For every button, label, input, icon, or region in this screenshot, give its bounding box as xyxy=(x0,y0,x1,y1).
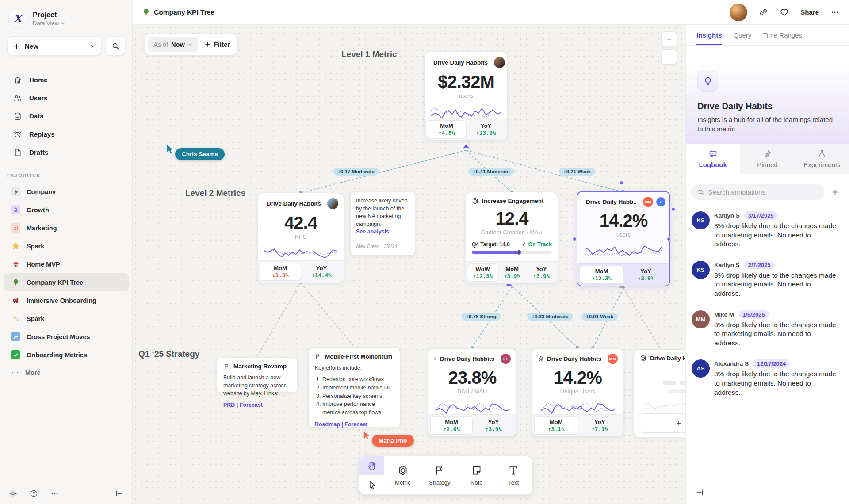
project-logo: X xyxy=(8,9,27,28)
edge-weight-pill: +0.78 Strong xyxy=(461,313,501,321)
annotation-search[interactable] xyxy=(691,184,825,200)
tab-insights[interactable]: Insights xyxy=(696,25,722,45)
sidebar-item-replays[interactable]: Replays xyxy=(0,125,132,143)
sidebar-item-onboarding-metrics[interactable]: Onboarding Metrics xyxy=(4,346,129,364)
curved-arrow-icon xyxy=(11,332,20,341)
stat-wow[interactable]: WoW↑12.3% xyxy=(468,263,497,282)
strategy-links[interactable]: PRD | Forecast xyxy=(223,402,291,408)
hand-tool-button[interactable] xyxy=(359,456,384,475)
new-button[interactable]: New xyxy=(7,36,101,56)
metric-card-nps[interactable]: Drive Daily Habbits 42.4 NPS MoM↓1.3% Yo… xyxy=(257,193,344,283)
see-analysis-link[interactable]: See analysis xyxy=(356,229,389,235)
divider xyxy=(85,41,85,51)
zoom-in-button[interactable]: + xyxy=(661,31,677,47)
select-tool-button[interactable] xyxy=(359,475,384,494)
strategy-links[interactable]: Roadmap | Forecast xyxy=(315,421,394,428)
strategy-tool-button[interactable]: Strategy xyxy=(421,456,459,494)
stat-mom[interactable]: MoM↑4.8% xyxy=(427,120,467,138)
sidebar-item-spark-2[interactable]: Spark xyxy=(4,309,129,328)
sidebar-item-marketing[interactable]: Marketing xyxy=(4,219,129,237)
sidebar-item-data[interactable]: Data xyxy=(0,107,132,125)
annotation-date-badge: 1/5/2025 xyxy=(738,310,769,319)
link-icon[interactable] xyxy=(759,8,768,17)
filter-button[interactable]: Filter xyxy=(204,41,230,48)
tab-time-ranges[interactable]: Time Ranges xyxy=(763,25,802,45)
help-icon[interactable] xyxy=(30,489,38,498)
stat-yoy[interactable]: YoY↑3.9% xyxy=(527,263,556,282)
subtab-pinned[interactable]: Pinned xyxy=(740,144,794,174)
gear-icon[interactable] xyxy=(9,489,17,498)
sidebar-item-drafts[interactable]: Drafts xyxy=(0,143,132,161)
card-menu-icon[interactable] xyxy=(669,199,669,205)
chevron-down-icon[interactable] xyxy=(90,43,96,49)
metric-card-engagement[interactable]: Increase Engagement 12.4 Content Creatio… xyxy=(466,192,558,284)
level-1-label: Level 1 Metric xyxy=(341,50,397,59)
confetti-icon xyxy=(11,223,20,233)
metric-card-dau[interactable]: Drive Daily Habbits LT 23.8% DAU / MAU M… xyxy=(428,348,516,437)
stat-mom[interactable]: MoM↑3.9% xyxy=(497,263,526,282)
annotation-author: Mike M xyxy=(714,311,734,318)
stat-mom[interactable]: MoM↑12.3% xyxy=(579,266,624,284)
sidebar-item-spark[interactable]: Spark xyxy=(4,237,129,255)
selection-handle[interactable] xyxy=(671,207,675,211)
annotation-search-input[interactable] xyxy=(708,188,818,196)
strategy-note-marketing-revamp[interactable]: Marketing Revamp Build and launch a new … xyxy=(217,357,298,393)
sidebar-item-users[interactable]: Users xyxy=(0,89,132,107)
annotation-item[interactable]: MM Mike M 1/5/2025 3% drop likely due to… xyxy=(692,310,838,348)
kpi-tree-canvas[interactable]: As of Now Filter + − Level 1 Metric xyxy=(133,25,685,504)
stat-yoy[interactable]: YoY↑3.9% xyxy=(473,416,514,435)
more-options-icon[interactable] xyxy=(830,8,839,17)
annotation-item[interactable]: AS Alexandra S 12/17/2024 3% drop likely… xyxy=(692,359,838,397)
more-icon[interactable] xyxy=(50,489,59,498)
metric-icon xyxy=(397,465,409,476)
collapse-panel-icon[interactable] xyxy=(696,488,704,497)
stat-yoy[interactable]: YoY↑23.9% xyxy=(467,120,505,138)
sidebar-item-cross-project-moves[interactable]: Cross Project Moves xyxy=(4,328,129,346)
sidebar-item-growth[interactable]: Growth xyxy=(4,201,129,219)
add-annotation-icon[interactable] xyxy=(831,188,839,196)
selection-handle[interactable] xyxy=(667,237,671,241)
annotation-note[interactable]: Increase likely driven by the launch of … xyxy=(351,192,415,255)
as-of-dropdown[interactable]: As of Now xyxy=(148,37,198,52)
connect-button[interactable]: Connect xyxy=(639,413,685,433)
metric-card-unique-users[interactable]: Drive Daily Habbits MM 14.2% Unique User… xyxy=(532,348,623,437)
sidebar-item-home[interactable]: Home xyxy=(0,71,132,89)
sidebar-item-company-kpi-tree[interactable]: Company KPI Tree xyxy=(4,273,129,291)
selection-handle[interactable] xyxy=(573,237,577,241)
annotation-item[interactable]: KS Kaitlyn S 3/17/2025 3% drop likely du… xyxy=(692,211,838,249)
stat-yoy[interactable]: YoY↑3.9% xyxy=(624,266,668,284)
sidebar-item-more[interactable]: More xyxy=(0,364,132,382)
strategy-note-mobile-first[interactable]: Mobile-First Momentum Key efforts includ… xyxy=(308,347,400,428)
project-switcher[interactable]: X Project Data View xyxy=(0,6,132,34)
text-tool-button[interactable]: Text xyxy=(495,456,532,494)
metric-card-selected[interactable]: Drive Daily Habb.. MM 14.2% users MoM↑12… xyxy=(577,191,670,286)
stat-mom[interactable]: MoM↓1.3% xyxy=(260,263,301,281)
zoom-out-button[interactable]: − xyxy=(661,49,677,65)
sidebar-item-immersive-onboarding[interactable]: Immersive Onboarding xyxy=(4,291,129,309)
stat-yoy[interactable]: YoY↑7.1% xyxy=(578,416,622,435)
note-tool-button[interactable]: Note xyxy=(458,456,495,494)
metric-card-ghost[interactable]: Drive Daily Habbits Connect xyxy=(634,349,685,438)
subtab-experiments[interactable]: Experiments xyxy=(795,144,849,174)
user-avatar[interactable] xyxy=(730,4,747,21)
selection-handle[interactable] xyxy=(620,181,623,185)
sidebar-item-company[interactable]: Company xyxy=(4,183,129,201)
collapse-sidebar-icon[interactable] xyxy=(115,489,123,498)
clock-icon xyxy=(13,130,22,139)
annotation-item[interactable]: KS Kaitlyn S 2/7/2025 3% drop likely due… xyxy=(692,261,838,298)
metric-tool-button[interactable]: Metric xyxy=(384,456,421,494)
sparkline-chart xyxy=(582,241,665,262)
metric-icon xyxy=(434,355,437,363)
tab-query[interactable]: Query xyxy=(734,25,752,45)
search-button[interactable] xyxy=(106,36,125,56)
avatar: MM xyxy=(692,310,710,328)
metric-card-l1[interactable]: Drive Daily Habbits $2.32M users MoM↑4.8… xyxy=(424,52,508,141)
project-subtitle[interactable]: Data View xyxy=(33,20,65,27)
stat-mom[interactable]: MoM↑2.6% xyxy=(430,416,473,435)
stat-yoy[interactable]: YoY↑14.4% xyxy=(301,263,342,281)
subtab-logbook[interactable]: Logbook xyxy=(686,144,740,174)
sidebar-item-home-mvp[interactable]: Home MVP xyxy=(4,255,129,273)
heart-icon[interactable] xyxy=(780,8,789,17)
share-button[interactable]: Share xyxy=(800,8,819,16)
stat-mom[interactable]: MoM↑3.1% xyxy=(534,416,578,435)
